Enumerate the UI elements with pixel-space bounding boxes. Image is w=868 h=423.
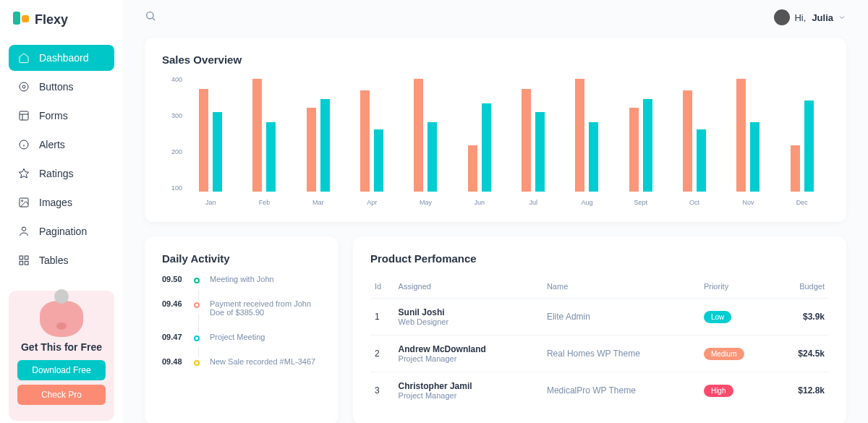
table-header-cell: Assigned [394, 275, 542, 299]
table-header-cell: Name [542, 275, 699, 299]
cell-budget: $12.8k [775, 372, 829, 409]
bar-group [775, 76, 829, 192]
sidebar: Flexy DashbaordButtonsFormsAlertsRatings… [0, 0, 123, 423]
chart: 400300200100 JanFebMarAprMayJunJulAugSep… [162, 76, 829, 206]
bar [266, 122, 276, 192]
download-button[interactable]: Download Free [17, 360, 106, 380]
sidebar-item-dashbaord[interactable]: Dashbaord [9, 45, 114, 71]
bar [360, 90, 370, 192]
chart-plot [184, 76, 829, 192]
cell-id: 3 [370, 372, 394, 409]
bar-group [292, 76, 345, 192]
bar [414, 79, 423, 192]
svg-point-1 [22, 85, 25, 88]
bar [791, 145, 800, 192]
bar [320, 99, 330, 192]
sidebar-item-tables[interactable]: Tables [9, 247, 114, 273]
cell-priority: Medium [699, 336, 775, 372]
svg-rect-12 [20, 256, 23, 260]
table-header-cell: Budget [775, 275, 829, 299]
bar [629, 108, 639, 192]
svg-rect-15 [25, 261, 28, 265]
sidebar-item-buttons[interactable]: Buttons [9, 74, 114, 100]
grid-icon [17, 254, 30, 267]
main: Sales Overview 400300200100 JanFebMarApr… [123, 35, 868, 423]
sidebar-item-pagination[interactable]: Pagination [9, 218, 114, 244]
topbar: Hi, Julia [123, 0, 868, 35]
home-icon [17, 51, 30, 64]
info-icon [17, 138, 30, 151]
cell-priority: Low [699, 299, 775, 336]
cell-assigned: Christopher JamilProject Manager [394, 372, 542, 409]
bar-group [560, 76, 613, 192]
svg-point-11 [22, 227, 25, 231]
star-icon [17, 167, 30, 180]
user-name: Julia [812, 12, 833, 23]
image-icon [17, 196, 30, 209]
bar-group [506, 76, 560, 192]
bar-group [184, 76, 237, 192]
bar-group [453, 76, 506, 192]
sidebar-item-images[interactable]: Images [9, 189, 114, 215]
activity-time: 09.50 [162, 275, 184, 283]
cell-project: MedicalPro WP Theme [542, 372, 699, 409]
activity-time: 09.46 [162, 299, 184, 308]
sidebar-item-label: Buttons [39, 81, 73, 93]
bar [427, 122, 437, 192]
table-row: 1Sunil JoshiWeb DesignerElite AdminLow$3… [370, 299, 829, 336]
user-menu[interactable]: Hi, Julia [774, 9, 846, 25]
cell-project: Elite Admin [542, 299, 699, 336]
bar-group [399, 76, 452, 192]
sidebar-item-forms[interactable]: Forms [9, 103, 114, 129]
cell-id: 1 [370, 299, 394, 336]
cell-budget: $3.9k [775, 299, 829, 336]
user-greeting: Hi, [794, 12, 806, 23]
activity-text: Payment received from John Doe of $385.9… [210, 299, 321, 317]
chart-xaxis: JanFebMarAprMayJunJulAugSeptOctNovDec [184, 199, 829, 206]
activity-item: 09.46Payment received from John Doe of $… [162, 299, 321, 317]
bar [750, 122, 760, 192]
table-header: IdAssignedNamePriorityBudget [370, 275, 829, 299]
bar [482, 103, 491, 192]
bar [575, 79, 584, 192]
sidebar-item-label: Images [39, 197, 72, 208]
sidebar-item-label: Alerts [39, 139, 65, 150]
activity-time: 09.48 [162, 357, 184, 366]
bar [589, 122, 598, 192]
perf-title: Product Perfomance [370, 252, 829, 265]
check-pro-button[interactable]: Check Pro [17, 385, 106, 405]
bar [252, 79, 262, 192]
chart-yaxis: 400300200100 [162, 76, 182, 192]
bar [535, 112, 545, 192]
logo[interactable]: Flexy [9, 12, 114, 27]
table-header-cell: Priority [699, 275, 775, 299]
activity-title: Daily Activity [162, 252, 321, 265]
bar [199, 89, 208, 192]
cell-budget: $24.5k [775, 336, 829, 372]
bar [213, 112, 222, 192]
sidebar-item-label: Ratings [39, 168, 73, 179]
activity-item: 09.47Project Meeting [162, 333, 321, 341]
sidebar-item-ratings[interactable]: Ratings [9, 161, 114, 187]
chart-title: Sales Overview [162, 54, 829, 66]
sidebar-item-label: Forms [39, 110, 68, 121]
circle-icon [17, 80, 30, 93]
activity-dot [194, 336, 200, 341]
bar-group [668, 76, 721, 192]
product-performance-card: Product Perfomance IdAssignedNamePriorit… [353, 236, 846, 423]
bar [736, 79, 746, 192]
promo-title: Get This for Free [17, 341, 106, 353]
search-icon[interactable] [145, 10, 156, 25]
nav: DashbaordButtonsFormsAlertsRatingsImages… [9, 45, 114, 273]
cell-priority: High [699, 372, 775, 409]
activity-dot [194, 278, 200, 283]
svg-point-16 [147, 12, 153, 19]
activity-text: Project Meeting [210, 333, 321, 341]
perf-table: IdAssignedNamePriorityBudget 1Sunil Josh… [370, 275, 829, 409]
activity-text: Meeting with John [210, 275, 321, 283]
table-body: 1Sunil JoshiWeb DesignerElite AdminLow$3… [370, 299, 829, 409]
svg-rect-13 [25, 256, 28, 260]
sidebar-item-alerts[interactable]: Alerts [9, 132, 114, 158]
svg-line-17 [153, 18, 155, 20]
cell-assigned: Andrew McDownlandProject Manager [394, 336, 542, 372]
